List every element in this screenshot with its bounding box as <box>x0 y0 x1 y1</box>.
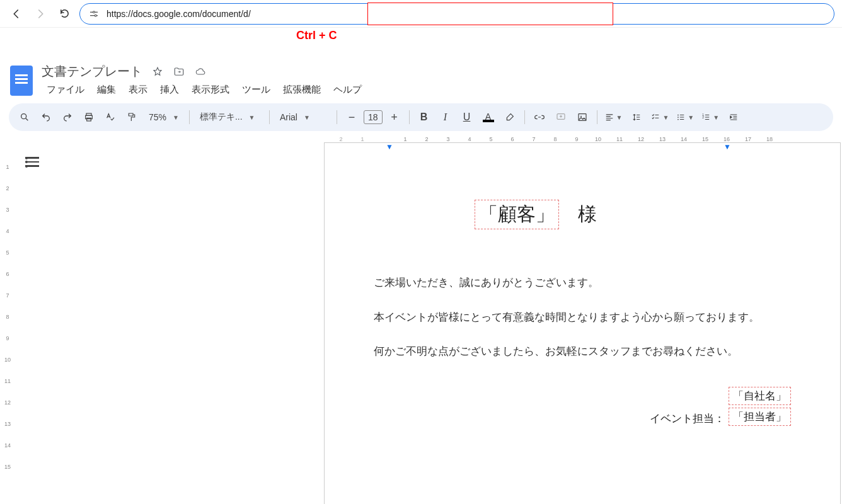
forward-button[interactable] <box>32 5 49 23</box>
ruler-tick: 2 <box>0 185 15 192</box>
chevron-down-icon: ▼ <box>304 114 310 121</box>
zoom-selector[interactable]: 75%▼ <box>144 112 184 122</box>
recipient-placeholder[interactable]: 「顧客」 <box>475 200 559 229</box>
company-placeholder[interactable]: 「自社名」 <box>729 387 791 405</box>
ruler-tick: 10 <box>0 357 15 363</box>
back-button[interactable] <box>8 5 25 23</box>
person-placeholder[interactable]: 「担当者」 <box>729 408 791 426</box>
line-spacing-button[interactable] <box>627 108 646 127</box>
underline-button[interactable]: U <box>458 108 476 127</box>
ruler-tick: 10 <box>587 136 609 142</box>
text-color-button[interactable]: A <box>479 108 498 127</box>
address-bar[interactable]: https://docs.google.com/document/d//edit <box>79 3 834 25</box>
menu-tools[interactable]: ツール <box>237 83 275 97</box>
menu-view[interactable]: 表示 <box>124 83 153 97</box>
ruler-tick: 8 <box>0 314 15 320</box>
menu-edit[interactable]: 編集 <box>92 83 121 97</box>
keyboard-shortcut-annotation: Ctrl + C <box>296 29 337 42</box>
font-family-selector[interactable]: Arial▼ <box>275 112 332 122</box>
numbered-list-button[interactable]: 12▼ <box>699 108 722 127</box>
work-area: 123456789101112131415 ▼ ▼ 21123456789101… <box>0 136 842 501</box>
ruler-tick: 14 <box>0 442 15 449</box>
print-button[interactable] <box>79 108 98 127</box>
svg-rect-3 <box>90 15 95 16</box>
horizontal-ruler: ▼ ▼ 21123456789101112131415161718 <box>15 136 842 142</box>
ruler-tick: 18 <box>759 136 780 142</box>
star-icon[interactable] <box>151 66 164 78</box>
increase-font-size-button[interactable]: + <box>385 108 404 127</box>
add-comment-button[interactable] <box>551 108 570 127</box>
ruler-tick: 11 <box>0 378 15 384</box>
redo-button[interactable] <box>58 108 77 127</box>
ruler-tick: 11 <box>609 136 630 142</box>
insert-link-button[interactable] <box>530 108 549 127</box>
ruler-tick: 4 <box>0 228 15 234</box>
left-indent-marker[interactable]: ▼ <box>386 142 393 151</box>
google-docs-logo-icon[interactable] <box>10 66 33 96</box>
ruler-tick: 12 <box>630 136 652 142</box>
right-indent-marker[interactable]: ▼ <box>724 142 731 151</box>
body-paragraph-3[interactable]: 何かご不明な点がございましたら、お気軽にスタッフまでお尋ねください。 <box>374 342 791 362</box>
highlight-color-button[interactable] <box>500 108 519 127</box>
left-sidebar <box>15 142 47 504</box>
bold-button[interactable]: B <box>415 108 434 127</box>
menu-format[interactable]: 表示形式 <box>187 83 234 97</box>
ruler-tick: 7 <box>0 292 15 299</box>
recipient-suffix: 様 <box>578 202 597 227</box>
menu-extensions[interactable]: 拡張機能 <box>278 83 326 97</box>
document-title[interactable]: 文書テンプレート <box>42 63 142 80</box>
body-paragraph-1[interactable]: ご来場いただき、誠にありがとうございます。 <box>374 273 791 293</box>
chevron-down-icon: ▼ <box>173 114 179 121</box>
ruler-tick: 9 <box>566 136 587 142</box>
cloud-status-icon[interactable] <box>194 66 207 78</box>
url-redaction-box <box>367 3 613 25</box>
decrease-font-size-button[interactable]: − <box>342 108 361 127</box>
ruler-tick: 3 <box>437 136 459 142</box>
align-button[interactable]: ▼ <box>603 108 625 127</box>
document-outline-icon[interactable] <box>21 152 40 171</box>
ruler-tick: 12 <box>0 399 15 406</box>
ruler-tick: 13 <box>652 136 673 142</box>
ruler-tick: 7 <box>523 136 545 142</box>
svg-point-2 <box>93 11 95 13</box>
toolbar: 75%▼ 標準テキ...▼ Arial▼ − 18 + B I U A ▼ ▼ … <box>9 103 833 131</box>
decrease-indent-button[interactable] <box>724 108 743 127</box>
body-paragraph-2[interactable]: 本イベントが皆様にとって有意義な時間となりますよう心から願っております。 <box>374 308 791 328</box>
reload-button[interactable] <box>55 5 73 23</box>
bookmarks-bar-area <box>0 28 842 58</box>
search-menu-icon[interactable] <box>15 108 34 127</box>
ruler-tick: 5 <box>480 136 502 142</box>
menu-insert[interactable]: 挿入 <box>155 83 184 97</box>
checklist-button[interactable]: ▼ <box>649 108 671 127</box>
ruler-tick: 5 <box>0 249 15 256</box>
ruler-tick: 6 <box>502 136 523 142</box>
browser-nav-bar: https://docs.google.com/document/d//edit <box>0 0 842 28</box>
ruler-tick: 2 <box>330 136 352 142</box>
menu-file[interactable]: ファイル <box>42 83 89 97</box>
ruler-tick: 3 <box>0 207 15 213</box>
chevron-down-icon: ▼ <box>713 114 719 121</box>
undo-button[interactable] <box>37 108 55 127</box>
menu-help[interactable]: ヘルプ <box>328 83 367 97</box>
site-settings-icon[interactable] <box>88 8 100 20</box>
move-to-folder-icon[interactable] <box>173 66 185 78</box>
font-value: Arial <box>280 112 297 122</box>
svg-point-15 <box>678 119 679 120</box>
svg-point-14 <box>678 117 679 118</box>
insert-image-button[interactable] <box>573 108 592 127</box>
ruler-tick: 15 <box>695 136 716 142</box>
italic-button[interactable]: I <box>436 108 455 127</box>
svg-point-13 <box>678 115 679 116</box>
paint-format-button[interactable] <box>122 108 141 127</box>
svg-point-12 <box>580 116 582 117</box>
chevron-down-icon: ▼ <box>616 114 623 121</box>
ruler-tick: 4 <box>459 136 480 142</box>
svg-point-6 <box>21 114 26 119</box>
paragraph-style-selector[interactable]: 標準テキ...▼ <box>195 112 264 123</box>
document-page[interactable]: 「顧客」 様 ご来場いただき、誠にありがとうございます。 本イベントが皆様にとっ… <box>324 142 841 504</box>
chevron-down-icon: ▼ <box>662 114 669 121</box>
font-size-input[interactable]: 18 <box>364 110 383 124</box>
spellcheck-button[interactable] <box>101 108 120 127</box>
bulleted-list-button[interactable]: ▼ <box>674 108 696 127</box>
ruler-tick: 15 <box>0 464 15 470</box>
